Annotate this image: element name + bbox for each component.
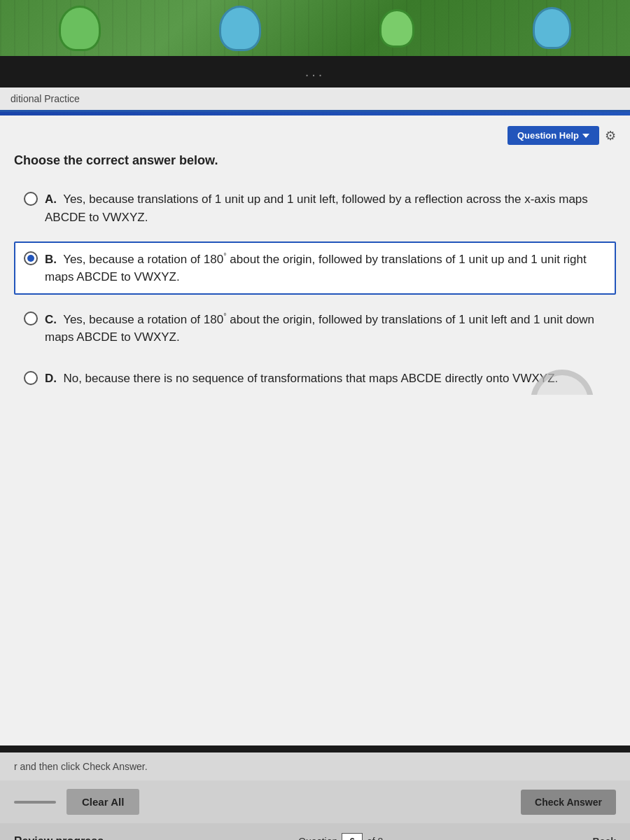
main-content: Question Help ⚙ Choose the correct answe… bbox=[0, 115, 630, 746]
line-indicator bbox=[14, 801, 56, 804]
settings-button[interactable]: ⚙ bbox=[605, 128, 616, 144]
character-right bbox=[533, 7, 571, 49]
dark-bar: ... bbox=[0, 56, 630, 88]
review-progress-button[interactable]: Review progress bbox=[14, 835, 104, 840]
bottom-instruction-text: r and then click Check Answer. bbox=[14, 761, 148, 772]
of-label: of 8 bbox=[367, 836, 383, 840]
radio-c[interactable] bbox=[24, 312, 38, 326]
radio-b[interactable] bbox=[24, 251, 38, 265]
top-decoration bbox=[0, 0, 630, 56]
option-b[interactable]: B. Yes, because a rotation of 180° about… bbox=[14, 241, 616, 295]
radio-d[interactable] bbox=[24, 371, 38, 385]
option-c-text: C. Yes, because a rotation of 180° about… bbox=[45, 310, 606, 346]
question-help-bar: Question Help ⚙ bbox=[14, 126, 616, 145]
breadcrumb-text: ditional Practice bbox=[10, 93, 80, 104]
radio-b-fill bbox=[27, 255, 34, 262]
question-help-label: Question Help bbox=[517, 130, 579, 141]
option-d-text: D. No, because there is no sequence of t… bbox=[45, 370, 558, 388]
chevron-down-icon bbox=[582, 134, 589, 138]
left-actions: Clear All bbox=[14, 789, 139, 815]
gear-icon: ⚙ bbox=[605, 129, 616, 143]
option-d[interactable]: D. No, because there is no sequence of t… bbox=[14, 361, 616, 396]
check-answer-button[interactable]: Check Answer bbox=[521, 790, 616, 815]
bottom-instruction-bar: r and then click Check Answer. bbox=[0, 752, 630, 780]
question-label: Question bbox=[298, 836, 337, 840]
character-center-left bbox=[219, 6, 261, 51]
question-number: 6 bbox=[342, 833, 363, 840]
back-arrow-icon: ← bbox=[578, 835, 589, 840]
back-button[interactable]: ← Back bbox=[578, 835, 616, 840]
character-left bbox=[59, 6, 101, 51]
option-a[interactable]: A. Yes, because translations of 1 unit u… bbox=[14, 182, 616, 234]
radio-a[interactable] bbox=[24, 192, 38, 206]
footer-bar: Review progress Question 6 of 8 ← Back bbox=[0, 823, 630, 840]
three-dots: ... bbox=[305, 64, 326, 80]
back-label: Back bbox=[593, 836, 616, 840]
question-counter: Question 6 of 8 bbox=[298, 833, 383, 840]
question-help-button[interactable]: Question Help bbox=[507, 126, 599, 145]
character-center-right bbox=[379, 9, 414, 48]
action-bar: Clear All Check Answer bbox=[0, 780, 630, 823]
clear-all-button[interactable]: Clear All bbox=[66, 789, 139, 815]
option-a-text: A. Yes, because translations of 1 unit u… bbox=[45, 190, 606, 226]
question-instructions: Choose the correct answer below. bbox=[14, 153, 616, 168]
breadcrumb: ditional Practice bbox=[0, 88, 630, 112]
option-c[interactable]: C. Yes, because a rotation of 180° about… bbox=[14, 302, 616, 355]
option-b-text: B. Yes, because a rotation of 180° about… bbox=[45, 250, 606, 286]
